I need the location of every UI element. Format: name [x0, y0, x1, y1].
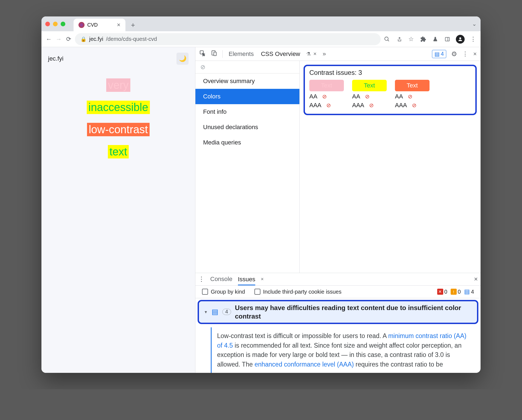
contrast-issues-box: Contrast issues: 3 Text AA⊘ AAA⊘ Text AA…: [304, 65, 477, 115]
issue-header[interactable]: ▼ ▤ 4 Users may have difficulties readin…: [198, 300, 478, 324]
filter-info[interactable]: ▤4: [464, 288, 474, 295]
tab-issues[interactable]: Issues: [238, 276, 256, 285]
browser-menu-icon[interactable]: ⋮: [470, 36, 477, 43]
contrast-item-2[interactable]: Text AA⊘ AAA⊘: [352, 80, 387, 109]
issues-count: 4: [441, 51, 444, 57]
contrast-issues-title: Contrast issues: 3: [309, 69, 471, 76]
page-site-title: jec.fyi: [48, 55, 63, 62]
demo-text-block: very inaccessible low-contrast text: [48, 78, 189, 158]
drawer-close-icon[interactable]: ×: [474, 275, 478, 283]
demo-word-3: low-contrast: [87, 123, 150, 136]
nav-font-info[interactable]: Font info: [195, 104, 299, 120]
issues-badge[interactable]: ▤ 4: [432, 50, 446, 58]
url-path: /demo/cds-quest-cvd: [106, 36, 157, 42]
inspect-icon[interactable]: [199, 50, 206, 58]
tab-issues-close-icon[interactable]: ×: [261, 276, 264, 282]
checkbox-group-by-kind[interactable]: [202, 289, 208, 295]
titlebar: CVD × + ⌄: [41, 16, 481, 31]
experiment-icon: ⚗: [306, 51, 311, 57]
warning-icon: !: [451, 289, 457, 295]
chat-icon: ▤: [434, 51, 440, 57]
fail-icon: ⊘: [408, 93, 412, 100]
error-icon: ✕: [437, 289, 443, 295]
label-group-by-kind: Group by kind: [211, 289, 245, 295]
fail-icon: ⊘: [326, 102, 331, 109]
fail-icon: ⊘: [365, 93, 370, 100]
css-overview-nav: ⊘ Overview summary Colors Font info Unus…: [195, 61, 300, 273]
tab-close-icon[interactable]: ×: [117, 21, 120, 29]
contrast-swatch-orange: Text: [395, 80, 430, 91]
more-tabs-icon[interactable]: »: [321, 50, 327, 58]
maximize-icon[interactable]: [61, 22, 65, 26]
demo-word-1: very: [106, 78, 130, 92]
tab-elements[interactable]: Elements: [228, 50, 255, 58]
sidepanel-icon[interactable]: [444, 36, 451, 43]
svg-rect-7: [214, 52, 216, 56]
tab-close-icon[interactable]: ×: [313, 51, 317, 57]
traffic-lights: [45, 22, 65, 26]
expand-icon[interactable]: ▼: [204, 310, 208, 314]
bookmark-icon[interactable]: ☆: [408, 36, 415, 43]
tabs-dropdown-icon[interactable]: ⌄: [472, 21, 477, 27]
demo-word-2: inaccessible: [87, 101, 150, 114]
nav-unused-declarations[interactable]: Unused declarations: [195, 120, 299, 135]
css-overview-content: Contrast issues: 3 Text AA⊘ AAA⊘ Text AA…: [300, 61, 481, 273]
issue-category-icon: ▤: [212, 308, 218, 316]
address-bar: ← → ⟳ 🔒 jec.fyi/demo/cds-quest-cvd ☆ ⋮: [41, 31, 481, 47]
new-tab-icon[interactable]: +: [131, 21, 135, 29]
extension-icon[interactable]: [420, 36, 427, 43]
reload-icon[interactable]: ⟳: [65, 36, 72, 43]
issue-body: Low-contrast text is difficult or imposs…: [211, 327, 475, 373]
omnibox[interactable]: 🔒 jec.fyi/demo/cds-quest-cvd: [75, 33, 381, 45]
tab-css-overview[interactable]: CSS Overview: [260, 50, 301, 58]
nav-overview-summary[interactable]: Overview summary: [195, 73, 299, 89]
labs-icon[interactable]: [432, 36, 439, 43]
label-third-party: Include third-party cookie issues: [263, 289, 342, 295]
devtools-drawer: ⋮ Console Issues × × Group by kind Inclu…: [195, 273, 481, 373]
devtools-toolbar: Elements CSS Overview ⚗ × » ▤ 4 ⚙ ⋮ ×: [195, 47, 481, 61]
tab-console[interactable]: Console: [210, 276, 232, 283]
svg-point-0: [385, 37, 388, 40]
tab-title: CVD: [87, 22, 98, 28]
dark-mode-toggle[interactable]: 🌙: [176, 53, 189, 65]
contrast-swatch-pink: Text: [309, 80, 344, 91]
devtools-panel: Elements CSS Overview ⚗ × » ▤ 4 ⚙ ⋮ × ⊘ …: [195, 47, 481, 373]
minimize-icon[interactable]: [53, 22, 58, 26]
page-viewport: jec.fyi 🌙 very inaccessible low-contrast…: [41, 47, 195, 373]
devtools-close-icon[interactable]: ×: [473, 50, 477, 58]
nav-media-queries[interactable]: Media queries: [195, 135, 299, 150]
content-area: jec.fyi 🌙 very inaccessible low-contrast…: [41, 47, 481, 373]
drawer-menu-icon[interactable]: ⋮: [198, 275, 205, 283]
fail-icon: ⊘: [412, 102, 417, 109]
url-host: jec.fyi: [89, 36, 103, 42]
zoom-icon[interactable]: [383, 36, 391, 43]
close-icon[interactable]: [45, 22, 50, 26]
back-icon[interactable]: ←: [45, 36, 52, 43]
contrast-item-3[interactable]: Text AA⊘ AAA⊘: [395, 80, 430, 109]
device-toolbar-icon[interactable]: [211, 50, 217, 58]
svg-rect-2: [445, 37, 450, 41]
svg-point-4: [459, 37, 461, 39]
checkbox-third-party[interactable]: [254, 289, 260, 295]
drawer-tabs: ⋮ Console Issues × ×: [195, 273, 481, 286]
filter-warnings[interactable]: !0: [451, 289, 461, 295]
fail-icon: ⊘: [322, 93, 327, 100]
forward-icon[interactable]: →: [55, 36, 62, 43]
devtools-menu-icon[interactable]: ⋮: [462, 50, 468, 58]
settings-icon[interactable]: ⚙: [451, 50, 457, 58]
favicon-icon: [78, 22, 85, 28]
filter-errors[interactable]: ✕0: [437, 289, 447, 295]
issue-title: Users may have difficulties reading text…: [235, 303, 472, 320]
css-overview-body: ⊘ Overview summary Colors Font info Unus…: [195, 61, 481, 273]
issue-count-badge: 4: [222, 309, 231, 315]
share-icon[interactable]: [395, 36, 403, 43]
info-icon: ▤: [464, 288, 470, 295]
contrast-item-1[interactable]: Text AA⊘ AAA⊘: [309, 80, 344, 109]
browser-tab[interactable]: CVD ×: [74, 19, 125, 31]
browser-window: CVD × + ⌄ ← → ⟳ 🔒 jec.fyi/demo/cds-quest…: [41, 16, 481, 373]
nav-colors[interactable]: Colors: [195, 89, 299, 104]
demo-word-4: text: [108, 145, 129, 158]
link-enhanced-conformance[interactable]: enhanced conformance level (AAA): [254, 361, 354, 368]
profile-icon[interactable]: [456, 35, 465, 44]
clear-overview-icon[interactable]: ⊘: [195, 61, 299, 73]
